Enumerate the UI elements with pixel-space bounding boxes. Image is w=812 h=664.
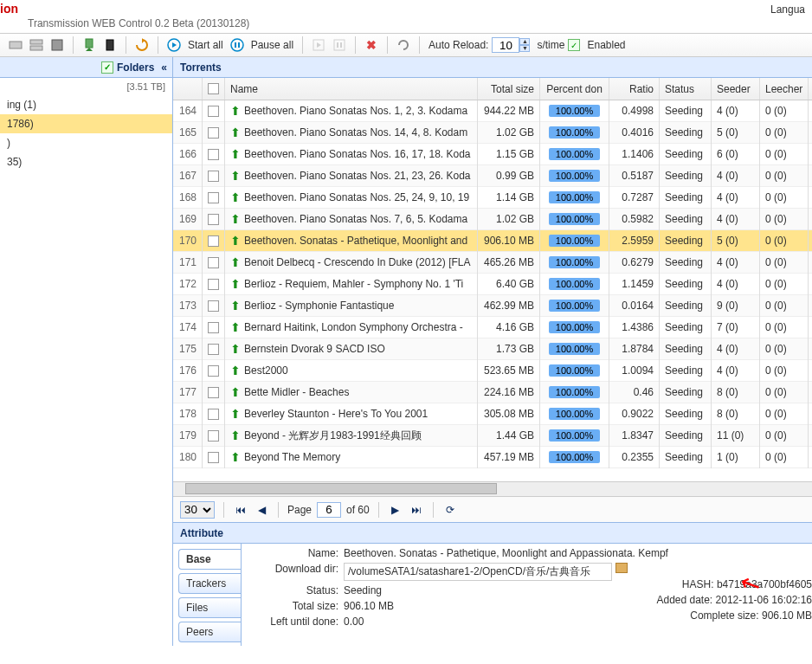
col-status[interactable]: Status [660,78,712,100]
row-name: ⬆Beethoven. Piano Sonatas Nos. 14, 4, 8.… [225,122,478,144]
row-leecher: 0 (0) [760,209,809,230]
row-checkbox[interactable] [203,403,225,425]
row-checkbox[interactable] [203,382,225,403]
page-label: Page [287,504,312,516]
row-seeder: 4 (0) [712,274,760,295]
tab-trackers[interactable]: Trackers [178,573,241,594]
row-checkbox[interactable] [203,209,225,230]
col-leecher[interactable]: Leecher [760,78,809,100]
folder-icon[interactable] [615,563,628,573]
row-checkbox[interactable] [203,338,225,360]
row-status: Seeding [660,274,712,295]
row-checkbox[interactable] [203,317,225,338]
upload-arrow-icon: ⬆ [230,126,241,139]
table-row[interactable]: 177⬆Bette Midler - Beaches224.16 MB100.0… [173,382,812,403]
row-name: ⬆Bernstein Dvorak 9 SACD ISO [225,338,478,360]
row-checkbox[interactable] [203,360,225,382]
row-checkbox[interactable] [203,425,225,447]
table-row[interactable]: 173⬆Berlioz - Symphonie Fantastique462.9… [173,295,812,317]
row-status: Seeding [660,122,712,144]
row-seeder: 8 (0) [712,382,760,403]
row-leecher: 0 (0) [760,230,809,252]
collapse-icon[interactable]: « [161,61,167,74]
reload-interval-input[interactable] [492,37,519,53]
table-row[interactable]: 179⬆Beyond - 光辉岁月1983-1991经典回顾1.44 GB100… [173,425,812,447]
row-leecher: 0 (0) [760,100,809,122]
row-checkbox[interactable] [203,295,225,317]
tab-files[interactable]: Files [178,597,241,618]
table-row[interactable]: 165⬆Beethoven. Piano Sonatas Nos. 14, 4,… [173,122,812,144]
table-row[interactable]: 178⬆Beverley Staunton - Here's To You 20… [173,403,812,425]
next-page-button[interactable]: ▶ [388,502,403,518]
enabled-checkbox[interactable]: ✓ [568,39,580,51]
col-name[interactable]: Name [225,78,478,100]
pause-icon[interactable] [230,38,244,52]
server-down-icon[interactable] [82,38,96,52]
col-size[interactable]: Total size [478,78,540,100]
row-checkbox[interactable] [203,447,225,468]
row-status: Seeding [660,144,712,165]
col-percent[interactable]: Percent don [540,78,609,100]
table-row[interactable]: 174⬆Bernard Haitink, London Symphony Orc… [173,317,812,338]
delete-icon[interactable]: ✖ [364,38,378,52]
reload-icon[interactable] [396,38,410,52]
row-number: 179 [173,425,203,447]
tab-peers[interactable]: Peers [178,622,241,642]
last-page-button[interactable]: ⏭ [409,502,424,518]
tab-base[interactable]: Base [178,549,241,570]
horizontal-scrollbar[interactable] [173,481,812,496]
attr-dir-input[interactable]: /volumeSATA1/satashare1-2/OpenCD/音乐/古典音乐 [344,563,612,581]
attr-hash-label: HASH: [682,578,714,590]
first-page-button[interactable]: ⏮ [233,502,248,518]
row-ratio: 0.5187 [609,165,660,187]
row-status: Seeding [660,209,712,230]
sidebar-item[interactable]: ing (1) [0,95,172,114]
sidebar-item[interactable]: ) [0,133,172,152]
play-icon[interactable] [167,38,181,52]
col-ratio[interactable]: Ratio [609,78,660,100]
table-row[interactable]: 180⬆Beyond The Memory457.19 MB100.00%0.2… [173,447,812,468]
col-number[interactable] [173,78,203,100]
drives-icon[interactable] [29,38,43,52]
table-row[interactable]: 170⬆Beethoven. Sonatas - Pathetique, Moo… [173,230,812,252]
table-row[interactable]: 164⬆Beethoven. Piano Sonatas Nos. 1, 2, … [173,100,812,122]
row-checkbox[interactable] [203,165,225,187]
table-row[interactable]: 176⬆Best2000523.65 MB100.00%1.0094Seedin… [173,360,812,382]
row-checkbox[interactable] [203,252,225,274]
refresh-icon[interactable] [135,38,149,52]
row-leecher: 0 (0) [760,403,809,425]
attr-size-value: 906.10 MB [344,600,394,612]
table-row[interactable]: 171⬆Benoit Delbecq - Crescendo In Duke (… [173,252,812,274]
table-row[interactable]: 168⬆Beethoven. Piano Sonatas Nos. 25, 24… [173,187,812,209]
server-icon[interactable] [103,38,117,52]
row-checkbox[interactable] [203,122,225,144]
play-small-icon[interactable] [312,38,325,52]
language-link[interactable]: Langua [770,3,805,16]
row-percent: 100.00% [540,447,609,468]
col-check[interactable] [203,78,225,100]
drive-icon[interactable] [9,38,23,52]
page-input[interactable] [317,502,341,518]
col-seeder[interactable]: Seeder [712,78,760,100]
table-row[interactable]: 169⬆Beethoven. Piano Sonatas Nos. 7, 6, … [173,209,812,230]
pause-all-button[interactable]: Pause all [251,39,293,51]
row-checkbox[interactable] [203,100,225,122]
start-all-button[interactable]: Start all [188,39,223,51]
sidebar-item[interactable]: 1786) [0,114,172,133]
row-checkbox[interactable] [203,187,225,209]
table-row[interactable]: 166⬆Beethoven. Piano Sonatas Nos. 16, 17… [173,144,812,165]
prev-page-button[interactable]: ◀ [254,502,269,518]
refresh-page-button[interactable]: ⟳ [442,502,458,518]
sidebar-item[interactable]: 35) [0,152,172,171]
table-row[interactable]: 167⬆Beethoven. Piano Sonatas Nos. 21, 23… [173,165,812,187]
page-size-select[interactable]: 30 [180,501,215,519]
table-row[interactable]: 172⬆Berlioz - Requiem, Mahler - Symphony… [173,274,812,295]
row-checkbox[interactable] [203,230,225,252]
row-checkbox[interactable] [203,274,225,295]
row-checkbox[interactable] [203,144,225,165]
table-row[interactable]: 175⬆Bernstein Dvorak 9 SACD ISO1.73 GB10… [173,338,812,360]
reload-spinner[interactable]: ▲▼ [519,38,530,52]
disk-icon[interactable] [50,38,64,52]
row-leecher: 0 (0) [760,425,809,447]
pause-small-icon[interactable] [332,38,346,52]
